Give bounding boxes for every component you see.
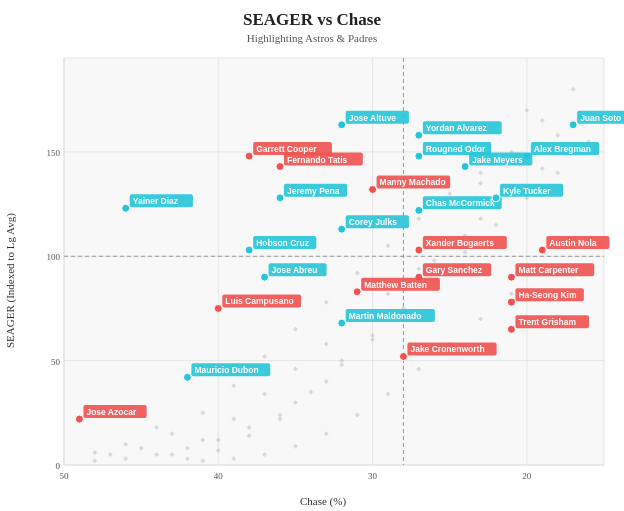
plot-wrapper: 05010015050403020Juan SotoYordan Alvarez… xyxy=(22,50,624,493)
svg-text:Mauricio Dubon: Mauricio Dubon xyxy=(194,365,258,375)
svg-point-163 xyxy=(507,298,515,306)
svg-text:Rougned Odor: Rougned Odor xyxy=(426,144,486,154)
svg-point-145 xyxy=(538,246,546,254)
svg-text:Jose Abreu: Jose Abreu xyxy=(272,265,318,275)
svg-text:Fernando Tatis: Fernando Tatis xyxy=(287,155,348,165)
svg-text:Jake Meyers: Jake Meyers xyxy=(472,155,523,165)
svg-point-154 xyxy=(507,273,515,281)
svg-text:150: 150 xyxy=(47,148,61,158)
svg-point-127 xyxy=(415,206,423,214)
svg-point-169 xyxy=(507,325,515,333)
svg-point-166 xyxy=(214,304,222,312)
chart-title: SEAGER vs Chase xyxy=(243,10,381,30)
svg-point-103 xyxy=(415,131,423,139)
svg-text:Jeremy Pena: Jeremy Pena xyxy=(287,186,340,196)
svg-text:20: 20 xyxy=(522,471,532,481)
svg-text:50: 50 xyxy=(60,471,70,481)
svg-text:100: 100 xyxy=(47,252,61,262)
svg-point-157 xyxy=(261,273,269,281)
svg-text:40: 40 xyxy=(214,471,224,481)
svg-text:Hobson Cruz: Hobson Cruz xyxy=(256,238,310,248)
svg-point-136 xyxy=(338,225,346,233)
svg-point-115 xyxy=(415,152,423,160)
svg-point-181 xyxy=(75,415,83,423)
svg-text:Martin Maldonado: Martin Maldonado xyxy=(349,311,422,321)
svg-text:Garrett Cooper: Garrett Cooper xyxy=(256,144,317,154)
svg-point-100 xyxy=(569,121,577,129)
svg-text:0: 0 xyxy=(56,461,61,471)
x-axis-label: Chase (%) xyxy=(22,493,624,511)
svg-text:30: 30 xyxy=(368,471,378,481)
svg-text:Ha-Seong Kim: Ha-Seong Kim xyxy=(518,290,577,300)
svg-point-112 xyxy=(338,121,346,129)
plot-and-x: 05010015050403020Juan SotoYordan Alvarez… xyxy=(22,50,624,511)
plot-svg: 05010015050403020Juan SotoYordan Alvarez… xyxy=(22,50,624,493)
svg-point-121 xyxy=(245,152,253,160)
svg-text:Manny Machado: Manny Machado xyxy=(380,177,446,187)
svg-text:Gary Sanchez: Gary Sanchez xyxy=(426,265,483,275)
chart-container: SEAGER vs Chase Highlighting Astros & Pa… xyxy=(0,0,624,511)
svg-text:Yainer Diaz: Yainer Diaz xyxy=(133,196,179,206)
svg-text:Matthew Batten: Matthew Batten xyxy=(364,280,427,290)
svg-point-133 xyxy=(276,194,284,202)
svg-point-148 xyxy=(245,246,253,254)
svg-text:Luis Campusano: Luis Campusano xyxy=(225,296,293,306)
svg-rect-0 xyxy=(64,58,604,465)
svg-text:Jake Cronenworth: Jake Cronenworth xyxy=(410,344,484,354)
svg-point-172 xyxy=(338,319,346,327)
svg-text:Chas McCormick: Chas McCormick xyxy=(426,198,495,208)
svg-text:Jose Azocar: Jose Azocar xyxy=(86,407,136,417)
chart-subtitle: Highlighting Astros & Padres xyxy=(247,32,377,44)
svg-point-130 xyxy=(492,194,500,202)
svg-point-160 xyxy=(353,288,361,296)
y-axis-label: SEAGER (Indexed to Lg Avg) xyxy=(0,50,22,511)
svg-text:Xander Bogaerts: Xander Bogaerts xyxy=(426,238,494,248)
svg-text:Kyle Tucker: Kyle Tucker xyxy=(503,186,551,196)
svg-text:Corey Julks: Corey Julks xyxy=(349,217,397,227)
svg-text:Matt Carpenter: Matt Carpenter xyxy=(518,265,579,275)
svg-point-118 xyxy=(276,163,284,171)
svg-text:Austin Nola: Austin Nola xyxy=(549,238,596,248)
svg-text:Yordan Alvarez: Yordan Alvarez xyxy=(426,123,488,133)
svg-point-109 xyxy=(461,163,469,171)
svg-point-178 xyxy=(183,373,191,381)
svg-point-139 xyxy=(122,204,130,212)
svg-text:Trent Grisham: Trent Grisham xyxy=(518,317,576,327)
svg-text:Juan Soto: Juan Soto xyxy=(580,113,621,123)
svg-text:50: 50 xyxy=(51,357,61,367)
svg-point-142 xyxy=(415,246,423,254)
svg-text:Jose Altuve: Jose Altuve xyxy=(349,113,397,123)
svg-point-175 xyxy=(399,352,407,360)
chart-area: SEAGER (Indexed to Lg Avg) 0501001505040… xyxy=(0,50,624,511)
svg-text:Alex Bregman: Alex Bregman xyxy=(534,144,591,154)
svg-point-124 xyxy=(369,185,377,193)
